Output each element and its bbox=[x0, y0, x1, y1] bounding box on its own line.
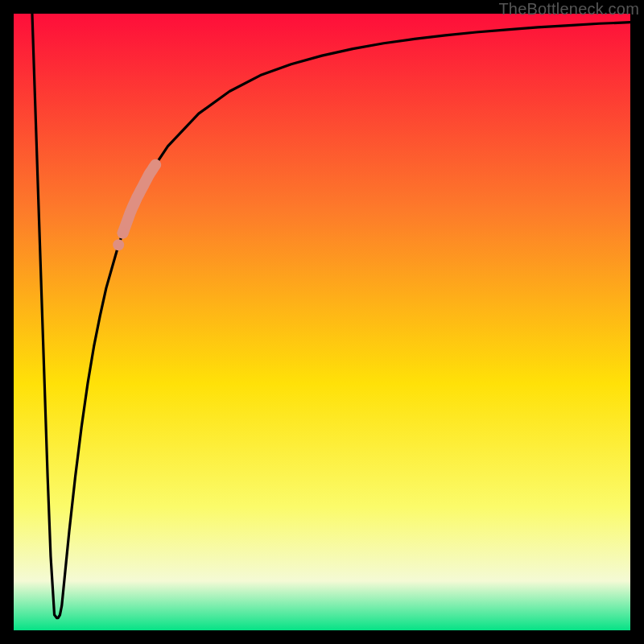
watermark-label: TheBottleneck.com bbox=[498, 0, 639, 19]
chart-svg bbox=[14, 14, 630, 630]
svg-point-1 bbox=[118, 228, 129, 239]
chart-frame: TheBottleneck.com bbox=[0, 0, 644, 644]
chart-background-gradient bbox=[14, 14, 630, 630]
svg-point-0 bbox=[113, 239, 124, 250]
chart-plot-area bbox=[14, 14, 630, 630]
